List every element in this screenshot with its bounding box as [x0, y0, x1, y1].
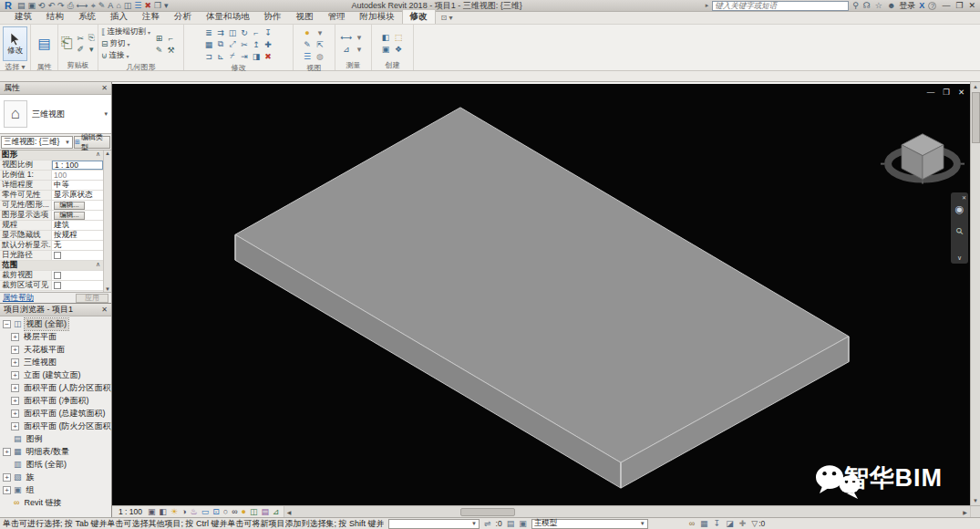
align-icon[interactable]: ≣	[203, 26, 215, 38]
visual-style-icon[interactable]: ◧	[160, 507, 168, 516]
open-icon[interactable]: ▤	[17, 1, 26, 10]
selection-filter-icon[interactable]: ▽	[751, 519, 758, 528]
unpin-icon[interactable]: ↥	[251, 38, 263, 50]
expand-icon[interactable]: +	[3, 473, 11, 482]
property-checkbox[interactable]	[54, 282, 61, 289]
property-section-范围[interactable]: 范围∧	[0, 261, 103, 271]
extend-icon[interactable]: ⊐	[203, 50, 215, 62]
modify-expander-icon[interactable]: ⊡ ▾	[441, 14, 453, 22]
signin-user-icon[interactable]: ☻	[887, 1, 895, 10]
edit-type-button[interactable]: ⊞ 编辑类型	[74, 136, 110, 149]
edit-button[interactable]: 编辑...	[54, 202, 85, 210]
tag-by-category-icon[interactable]: ✎	[98, 1, 106, 10]
properties-button[interactable]: ▤	[34, 26, 55, 61]
section-icon[interactable]: ◫	[124, 1, 132, 10]
tab-管理[interactable]: 管理	[321, 10, 353, 24]
minimize-button[interactable]: —	[942, 1, 950, 10]
expand-icon[interactable]: +	[11, 384, 19, 392]
tab-插入[interactable]: 插入	[103, 10, 135, 24]
offset-icon[interactable]: ⇉	[215, 26, 227, 38]
expand-icon[interactable]: +	[3, 486, 11, 494]
tab-分析[interactable]: 分析	[167, 10, 199, 24]
undo-icon[interactable]: ↶	[48, 1, 56, 10]
tab-附加模块[interactable]: 附加模块	[353, 10, 402, 24]
worksets-icon[interactable]: ▤	[507, 519, 515, 528]
search-icon[interactable]: ⚲	[852, 1, 859, 10]
redo-icon[interactable]: ↷	[57, 1, 65, 10]
view-restore-icon[interactable]: ❐	[943, 88, 950, 97]
horizontal-scrollbar[interactable]: ◀ ▶	[284, 506, 970, 517]
active-workset-dropdown[interactable]: ▼	[388, 519, 480, 529]
temporary-view-properties-icon[interactable]: ▤	[262, 507, 270, 516]
infocenter-chevron-icon[interactable]: ▸	[706, 2, 709, 9]
tab-系统[interactable]: 系统	[71, 10, 103, 24]
tree-item[interactable]: +面积平面 (防火分区面积)	[0, 420, 111, 432]
section-collapse-icon[interactable]: ∧	[93, 150, 103, 160]
property-value[interactable]	[52, 271, 103, 280]
property-value[interactable]: 编辑...	[52, 201, 103, 210]
print-icon[interactable]: ⎙	[67, 1, 74, 10]
linework-icon[interactable]: ✎	[302, 38, 314, 50]
property-section-图形[interactable]: 图形∧	[0, 150, 103, 161]
apply-button[interactable]: 应用	[76, 294, 108, 303]
tree-item[interactable]: ▤图例	[0, 432, 111, 445]
copy-icon[interactable]: ⧉	[215, 38, 227, 50]
cut-geometry-button[interactable]: ⊟剪切▾	[101, 38, 150, 49]
signin-label[interactable]: 登录	[899, 0, 915, 12]
rendering-dialog-icon[interactable]: ♨	[191, 507, 198, 516]
select-links-icon[interactable]: ∞	[689, 519, 695, 528]
join-geometry-button[interactable]: ⊍连接▾	[101, 50, 150, 61]
array-icon[interactable]: ▦	[203, 38, 215, 50]
measure-icon[interactable]: ⟷	[77, 1, 88, 10]
create-parts-icon[interactable]: ◧	[380, 31, 392, 43]
tree-item[interactable]: +楼层平面	[0, 330, 111, 343]
tab-建筑[interactable]: 建筑	[7, 10, 39, 24]
cut-profile-icon[interactable]: ☰	[302, 50, 314, 62]
tab-协作[interactable]: 协作	[257, 10, 289, 24]
vertical-scrollbar-thumb[interactable]	[972, 92, 980, 143]
dimension-dropdown-icon[interactable]: ▾	[354, 43, 366, 55]
vertical-scrollbar[interactable]: ▲ ▼	[970, 82, 980, 505]
coping-button[interactable]: ⟦连接端切割▾	[101, 26, 150, 37]
type-selector-dropdown-icon[interactable]: ▾	[104, 110, 108, 118]
switch-windows-icon[interactable]: ❐	[154, 1, 161, 10]
navigation-bar[interactable]: ✕ ◉ ⚲ ∨	[951, 192, 968, 264]
tree-item[interactable]: ∞Revit 链接	[0, 496, 111, 509]
property-checkbox[interactable]	[54, 272, 61, 279]
tab-注释[interactable]: 注释	[135, 10, 167, 24]
tree-item[interactable]: ▥图纸 (全部)	[0, 458, 111, 471]
reveal-icon[interactable]: ◍	[315, 50, 326, 62]
properties-header[interactable]: 属性 ✕	[0, 82, 111, 95]
crop-view-icon[interactable]: ▭	[201, 507, 210, 516]
expand-icon[interactable]: +	[11, 422, 19, 430]
section-collapse-icon[interactable]: ∧	[93, 261, 103, 270]
property-value[interactable]: 中等	[52, 181, 103, 190]
view-minimize-icon[interactable]: —	[927, 88, 935, 97]
tree-item[interactable]: +▣组	[0, 483, 111, 496]
detail-level-icon[interactable]: ▣	[148, 507, 156, 516]
property-value[interactable]: 1 : 100	[52, 161, 103, 170]
expand-icon[interactable]: +	[11, 410, 19, 418]
shadows-icon[interactable]: ◑	[181, 507, 186, 516]
create-group-icon[interactable]: ▣	[380, 43, 392, 55]
close-button[interactable]: ✕	[968, 1, 975, 10]
scroll-up-icon[interactable]: ▲	[105, 150, 110, 156]
mirror-icon[interactable]: ◫	[227, 26, 239, 38]
default-3d-view-icon[interactable]: ⌂	[116, 1, 120, 10]
select-underlay-elements-icon[interactable]: ▦	[700, 519, 708, 528]
property-value[interactable]: 无	[52, 241, 103, 250]
expand-icon[interactable]: +	[11, 371, 19, 379]
hide-elements-icon[interactable]: ●	[302, 26, 314, 38]
split-with-gap-icon[interactable]: ⌿	[227, 50, 239, 62]
expand-icon[interactable]: +	[11, 358, 19, 367]
tree-item[interactable]: −◫视图 (全部)	[0, 317, 111, 330]
steering-wheel-icon[interactable]: ◉	[955, 203, 965, 215]
revit-app-button[interactable]: R	[3, 1, 14, 11]
navbar-close-icon[interactable]: ✕	[962, 194, 966, 201]
properties-help-link[interactable]: 属性帮助	[3, 293, 34, 304]
model-canvas[interactable]	[112, 84, 970, 505]
instance-selector[interactable]: 三维视图: {三维} ▼	[1, 136, 73, 149]
view-scale-button[interactable]: 1 : 100	[116, 506, 145, 517]
temporary-hide-isolate-icon[interactable]: ∞	[232, 507, 237, 516]
property-value[interactable]	[52, 281, 103, 290]
